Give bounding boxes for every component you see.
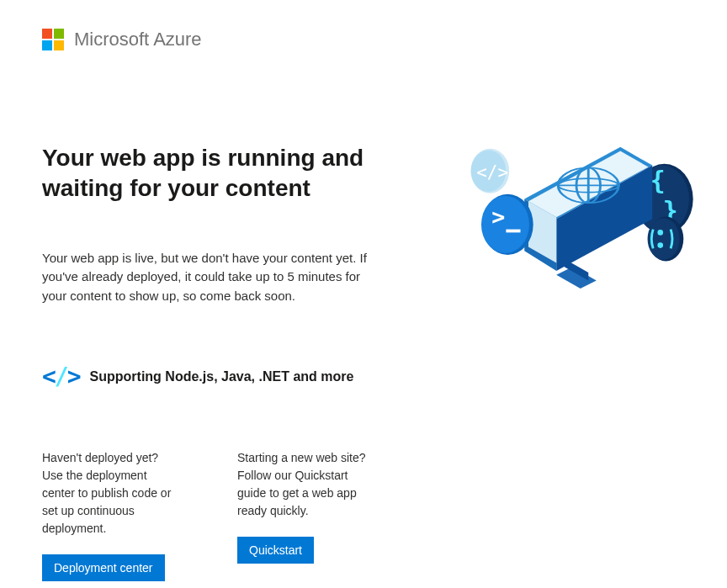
supporting-text: Supporting Node.js, Java, .NET and more bbox=[90, 369, 354, 384]
supporting-row: </> Supporting Node.js, Java, .NET and m… bbox=[42, 363, 685, 390]
svg-text:</>: </> bbox=[476, 162, 508, 183]
svg-point-26 bbox=[657, 242, 663, 248]
svg-point-25 bbox=[657, 230, 663, 236]
title-line-2: waiting for your content bbox=[42, 175, 310, 201]
deployment-center-button[interactable]: Deployment center bbox=[42, 554, 165, 581]
page-subtitle: Your web app is live, but we don't have … bbox=[42, 249, 387, 306]
page-title: Your web app is running and waiting for … bbox=[42, 143, 412, 204]
title-line-1: Your web app is running and bbox=[42, 145, 364, 171]
brand-text: Microsoft Azure bbox=[74, 29, 202, 50]
code-brackets-icon: </> bbox=[42, 363, 80, 390]
svg-text:>: > bbox=[491, 204, 505, 230]
svg-point-20 bbox=[481, 196, 529, 253]
quickstart-button[interactable]: Quickstart bbox=[237, 537, 314, 564]
monitor-illustration-icon: { } </> bbox=[446, 143, 707, 303]
svg-rect-22 bbox=[506, 230, 520, 233]
deployment-card-text: Haven't deployed yet? Use the deployment… bbox=[42, 449, 177, 538]
quickstart-card-text: Starting a new web site? Follow our Quic… bbox=[237, 449, 372, 520]
deployment-card: Haven't deployed yet? Use the deployment… bbox=[42, 449, 177, 581]
header: Microsoft Azure bbox=[42, 29, 685, 50]
microsoft-logo-icon bbox=[42, 29, 64, 50]
quickstart-card: Starting a new web site? Follow our Quic… bbox=[237, 449, 372, 581]
